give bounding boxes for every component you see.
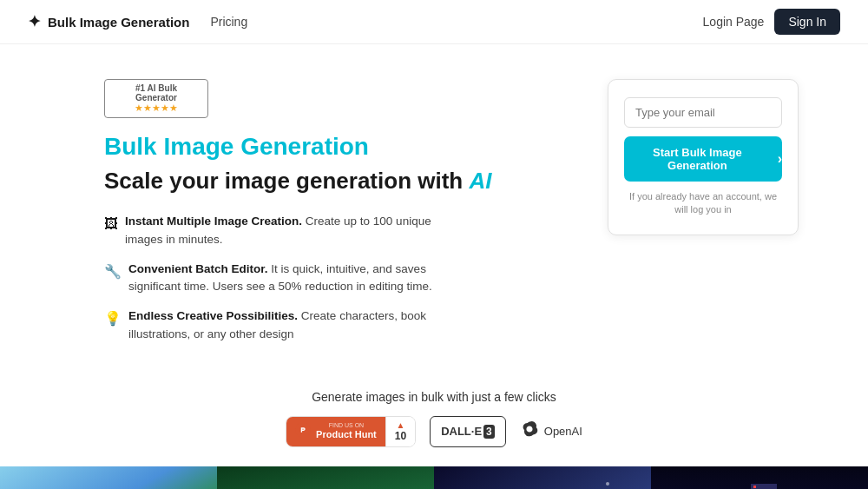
badges-label: Generate images in bulk with just a few … — [0, 390, 868, 404]
hero-section: #1 AI Bulk Generator ★★★★★ Bulk Image Ge… — [0, 44, 868, 381]
svg-rect-7 — [217, 466, 434, 489]
feature-2-icon: 🔧 — [104, 261, 122, 282]
ph-name: Product Hunt — [316, 429, 377, 440]
hero-left: #1 AI Bulk Generator ★★★★★ Bulk Image Ge… — [104, 79, 556, 355]
navbar: ✦ Bulk Image Generation Pricing Login Pa… — [0, 0, 868, 44]
nav-logo: ✦ Bulk Image Generation — [28, 12, 189, 31]
image-cats — [217, 466, 434, 489]
dalle-badge[interactable]: DALL·E 3 — [430, 416, 506, 447]
ph-badge-right: ▲ 10 — [385, 417, 415, 446]
login-button[interactable]: Login Page — [703, 15, 765, 29]
cta-label: Start Bulk Image Generation — [624, 146, 771, 172]
feature-1: 🖼 Instant Multiple Image Creation. Creat… — [104, 213, 469, 248]
award-stars: ★★★★★ — [114, 102, 199, 114]
ph-badge-left: FIND US ON Product Hunt — [286, 417, 385, 446]
form-note: If you already have an account, we will … — [624, 190, 782, 217]
hero-title-colored: Bulk Image Generation — [104, 132, 556, 162]
award-badge: #1 AI Bulk Generator ★★★★★ — [104, 79, 556, 118]
ph-top-text: FIND US ON — [316, 422, 377, 429]
nav-left: ✦ Bulk Image Generation Pricing — [28, 12, 247, 31]
award-laurel: #1 AI Bulk Generator ★★★★★ — [104, 79, 208, 118]
image-city — [651, 466, 868, 489]
images-section — [0, 466, 868, 489]
title-main: Bulk Image Generation — [104, 133, 369, 160]
email-input[interactable] — [624, 97, 782, 128]
signin-button[interactable]: Sign In — [774, 9, 840, 35]
product-hunt-badge[interactable]: FIND US ON Product Hunt ▲ 10 — [286, 416, 416, 447]
svg-rect-1 — [0, 466, 217, 489]
product-hunt-icon — [295, 422, 311, 441]
cta-arrow-icon: › — [778, 151, 782, 167]
dalle-version: 3 — [483, 425, 495, 439]
ph-count: 10 — [395, 430, 406, 442]
ph-upvote-icon: ▲ — [397, 420, 405, 430]
badges-row: FIND US ON Product Hunt ▲ 10 DALL·E 3 Op… — [0, 416, 868, 447]
feature-2-text: Convenient Batch Editor. It is quick, in… — [128, 261, 469, 296]
feature-1-bold: Instant Multiple Image Creation. — [125, 215, 302, 228]
svg-point-16 — [606, 482, 609, 486]
pricing-link[interactable]: Pricing — [210, 15, 247, 29]
openai-icon — [520, 420, 539, 444]
logo-icon: ✦ — [28, 12, 41, 31]
award-rank: #1 AI Bulk Generator — [114, 83, 199, 102]
feature-3-icon: 💡 — [104, 308, 122, 329]
hero-headline: Scale your image generation with AI — [104, 167, 556, 196]
hero-right: Start Bulk Image Generation › If you alr… — [608, 79, 799, 235]
feature-1-text: Instant Multiple Image Creation. Create … — [125, 213, 469, 248]
openai-badge[interactable]: OpenAI — [520, 420, 582, 444]
dalle-label: DALL·E — [441, 425, 482, 438]
feature-2-bold: Convenient Batch Editor. — [128, 262, 268, 275]
image-woman — [0, 466, 217, 489]
cta-button[interactable]: Start Bulk Image Generation › — [624, 136, 782, 182]
openai-label: OpenAI — [544, 425, 582, 438]
feature-1-icon: 🖼 — [104, 214, 118, 235]
badges-section: Generate images in bulk with just a few … — [0, 381, 868, 463]
logo-text: Bulk Image Generation — [48, 15, 189, 30]
headline-text: Scale your image generation with — [104, 168, 469, 194]
feature-2: 🔧 Convenient Batch Editor. It is quick, … — [104, 261, 469, 296]
ph-text: FIND US ON Product Hunt — [316, 422, 377, 441]
feature-3-text: Endless Creative Possibilities. Create c… — [128, 307, 469, 343]
svg-rect-14 — [434, 466, 651, 489]
ai-word: AI — [469, 168, 491, 194]
image-bunny — [434, 466, 651, 489]
nav-right: Login Page Sign In — [703, 9, 840, 35]
svg-rect-35 — [753, 486, 756, 488]
feature-3-bold: Endless Creative Possibilities. — [128, 309, 298, 322]
feature-3: 💡 Endless Creative Possibilities. Create… — [104, 307, 469, 343]
form-card: Start Bulk Image Generation › If you alr… — [608, 79, 799, 235]
